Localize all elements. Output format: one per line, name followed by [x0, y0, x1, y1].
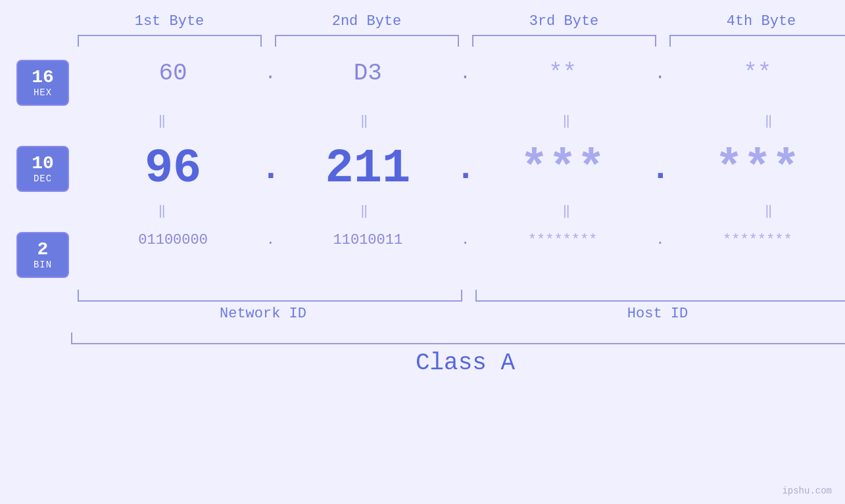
bin-dot1: .	[260, 232, 280, 248]
net-bracket	[78, 290, 462, 302]
eq2-b3: ‖	[475, 202, 658, 219]
main-container: 1st Byte 2nd Byte 3rd Byte 4th Byte 16 H…	[0, 0, 845, 504]
dec-badge-num: 10	[32, 154, 54, 174]
bracket-b2	[275, 35, 459, 47]
bin-dot2: .	[456, 232, 475, 248]
hex-dot2: .	[456, 63, 475, 83]
dec-badge: 10 DEC	[16, 146, 69, 192]
eq1-b1: ‖	[71, 112, 254, 129]
hex-dot1: .	[260, 63, 280, 83]
hex-value-row: 60 . D3 . ** . **	[85, 53, 845, 93]
network-id-label: Network ID	[71, 306, 456, 322]
eq2-b4: ‖	[677, 202, 845, 219]
dec-content-area: 10 DEC 96 . 211 . *** . ***	[0, 135, 845, 202]
dec-values-grid: 96 . 211 . *** . ***	[85, 135, 845, 202]
bin-b3: ********	[475, 232, 650, 248]
dec-b4: ***	[670, 142, 845, 196]
eq1-b2: ‖	[273, 112, 456, 129]
bin-value-row: 01100000 . 11010011 . ******** . *******…	[85, 225, 845, 255]
byte4-header: 4th Byte	[663, 13, 846, 35]
dec-badge-label: DEC	[34, 173, 52, 184]
hex-b2: D3	[280, 60, 455, 87]
bin-dot3: .	[650, 232, 670, 248]
eq-row-2: ‖ ‖ ‖ ‖	[71, 202, 846, 219]
dec-b3: ***	[475, 142, 650, 196]
labels-col-hex: 16 HEX	[0, 53, 85, 112]
bin-b2: 11010011	[280, 232, 455, 248]
bottom-brackets	[71, 290, 846, 302]
watermark: ipshu.com	[782, 486, 832, 496]
dec-dot3: .	[650, 150, 670, 189]
dec-b2: 211	[280, 142, 455, 196]
dec-b1: 96	[85, 142, 260, 196]
eq-row-1: ‖ ‖ ‖ ‖	[71, 112, 846, 129]
hex-dot3: .	[650, 63, 670, 83]
eq2-b2: ‖	[273, 202, 456, 219]
labels-col-dec: 10 DEC	[0, 135, 85, 202]
hex-badge-label: HEX	[34, 87, 52, 98]
bracket-b3	[472, 35, 656, 47]
hex-b1: 60	[85, 60, 260, 87]
bracket-b1	[78, 35, 262, 47]
class-label-row: Class A	[71, 350, 846, 377]
byte2-header: 2nd Byte	[268, 13, 466, 35]
labels-col-bin: 2 BIN	[0, 225, 85, 285]
top-bracket-row	[71, 35, 846, 47]
eq1-b4: ‖	[677, 112, 845, 129]
class-bracket	[71, 332, 846, 344]
bin-values-grid: 01100000 . 11010011 . ******** . *******…	[85, 225, 845, 285]
hex-values-grid: 60 . D3 . ** . **	[85, 53, 845, 112]
hex-b4: **	[670, 60, 845, 87]
hex-badge: 16 HEX	[16, 60, 69, 106]
host-id-label: Host ID	[456, 306, 846, 322]
bin-badge: 2 BIN	[16, 232, 69, 278]
host-bracket	[475, 290, 846, 302]
bin-b4: ********	[670, 232, 845, 248]
eq2-b1: ‖	[71, 202, 254, 219]
hex-badge-num: 16	[32, 68, 54, 88]
eq1-b3: ‖	[475, 112, 658, 129]
bin-badge-num: 2	[37, 240, 49, 260]
class-label: Class A	[416, 350, 515, 377]
bin-content-area: 2 BIN 01100000 . 11010011 . ******** . *…	[0, 225, 845, 285]
dec-value-row: 96 . 211 . *** . ***	[85, 135, 845, 202]
id-labels-row: Network ID Host ID	[71, 306, 846, 322]
bin-b1: 01100000	[85, 232, 260, 248]
hex-content-area: 16 HEX 60 . D3 . ** . **	[0, 53, 845, 112]
hex-b3: **	[475, 60, 650, 87]
byte3-header: 3rd Byte	[466, 13, 663, 35]
byte-headers: 1st Byte 2nd Byte 3rd Byte 4th Byte	[71, 13, 846, 35]
dec-dot1: .	[260, 150, 280, 189]
dec-dot2: .	[456, 150, 475, 189]
byte1-header: 1st Byte	[71, 13, 268, 35]
bin-badge-label: BIN	[34, 260, 52, 270]
bracket-b4	[669, 35, 846, 47]
